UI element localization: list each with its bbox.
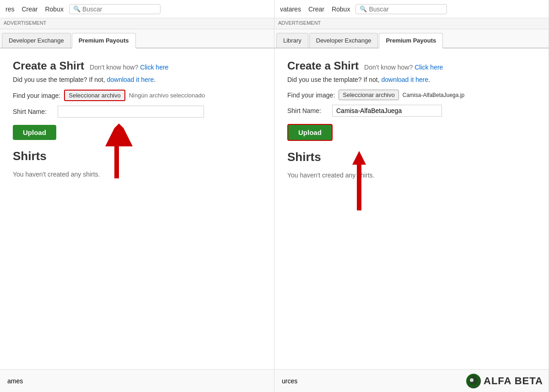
left-shirt-name-input[interactable] xyxy=(58,106,204,118)
tab-premium-payouts-right[interactable]: Premium Payouts xyxy=(379,33,443,48)
right-upload-button[interactable]: Upload xyxy=(287,124,333,141)
right-shirts-title: Shirts xyxy=(287,150,536,164)
right-find-image-row: Find your image: Seleccionar archivo Cam… xyxy=(287,90,536,100)
left-search-input[interactable] xyxy=(82,5,156,13)
right-template-line: Did you use the template? If not, downlo… xyxy=(287,76,536,83)
nav-item-res[interactable]: res xyxy=(4,5,16,13)
left-shirts-title: Shirts xyxy=(13,149,261,163)
right-nav-item-robux[interactable]: Robux xyxy=(330,5,352,13)
left-tabs: Developer Exchange Premium Payouts xyxy=(0,29,274,48)
right-click-here-link[interactable]: Click here xyxy=(414,64,443,71)
tab-library-right[interactable]: Library xyxy=(276,33,308,48)
left-panel: res Crear Robux 🔍 ADVERTISEMENT Develope… xyxy=(0,0,274,392)
svg-point-6 xyxy=(470,378,474,382)
left-nav: res Crear Robux 🔍 xyxy=(0,0,274,18)
logo-icon xyxy=(466,374,481,388)
left-find-image-label: Find your image: xyxy=(13,92,60,99)
left-bottom-item: ames xyxy=(7,377,23,385)
left-click-here-link[interactable]: Click here xyxy=(140,64,168,71)
left-ad-bar: ADVERTISEMENT xyxy=(0,18,274,29)
right-find-image-label: Find your image: xyxy=(287,91,335,99)
left-shirt-name-label: Shirt Name: xyxy=(13,108,54,115)
left-create-shirt-title: Create a Shirt Don't know how? Click her… xyxy=(13,59,261,72)
left-template-line: Did you use the template? If not, downlo… xyxy=(13,76,261,83)
logo-text: ALFA BETA xyxy=(484,375,543,387)
left-no-shirts-text: You haven't created any shirts. xyxy=(13,171,261,178)
nav-item-robux[interactable]: Robux xyxy=(43,5,65,13)
right-ad-label: ADVERTISEMENT xyxy=(278,20,321,26)
tab-developer-exchange-right[interactable]: Developer Exchange xyxy=(309,33,378,48)
right-nav-item-crear[interactable]: Crear xyxy=(307,5,326,13)
left-find-image-row: Find your image: Seleccionar archivo Nin… xyxy=(13,90,261,101)
left-file-none-text: Ningún archivo seleccionado xyxy=(129,92,205,99)
right-shirt-name-input[interactable] xyxy=(332,105,442,117)
left-search-box[interactable]: 🔍 xyxy=(69,4,161,14)
tab-developer-exchange-left[interactable]: Developer Exchange xyxy=(2,33,71,48)
right-search-icon: 🔍 xyxy=(360,5,367,12)
left-ad-label: ADVERTISEMENT xyxy=(4,20,46,26)
right-bottom-item: urces xyxy=(282,377,297,385)
right-file-value-text: Camisa-AlfaBetaJuega.jp xyxy=(403,92,464,98)
right-ad-bar: ADVERTISEMENT xyxy=(274,18,549,29)
left-shirt-name-row: Shirt Name: xyxy=(13,106,261,118)
right-select-file-button[interactable]: Seleccionar archivo xyxy=(339,90,398,100)
right-tabs: Library Developer Exchange Premium Payou… xyxy=(274,29,549,48)
logo-overlay: ALFA BETA xyxy=(466,374,543,388)
right-shirt-name-label: Shirt Name: xyxy=(287,107,328,114)
right-create-shirt-title: Create a Shirt Don't know how? Click her… xyxy=(287,59,536,72)
right-no-shirts-text: You haven't created any shirts. xyxy=(287,172,536,179)
right-search-input[interactable] xyxy=(369,5,443,13)
right-nav-item-vatares[interactable]: vatares xyxy=(278,5,303,13)
left-download-link[interactable]: download it here xyxy=(107,76,154,83)
nav-item-crear[interactable]: Crear xyxy=(20,5,39,13)
right-nav: vatares Crear Robux 🔍 xyxy=(274,0,549,18)
right-content: Create a Shirt Don't know how? Click her… xyxy=(274,48,549,208)
left-upload-button[interactable]: Upload xyxy=(13,125,56,140)
tab-premium-payouts-left[interactable]: Premium Payouts xyxy=(72,33,136,48)
right-search-box[interactable]: 🔍 xyxy=(355,4,447,14)
right-panel: vatares Crear Robux 🔍 ADVERTISEMENT Libr… xyxy=(274,0,549,392)
search-icon: 🔍 xyxy=(73,5,81,12)
left-bottom-bar: ames xyxy=(0,369,274,392)
left-select-file-button[interactable]: Seleccionar archivo xyxy=(64,90,125,101)
right-shirt-name-row: Shirt Name: xyxy=(287,105,536,117)
left-content: Create a Shirt Don't know how? Click her… xyxy=(0,48,274,207)
right-download-link[interactable]: download it here xyxy=(381,76,428,83)
